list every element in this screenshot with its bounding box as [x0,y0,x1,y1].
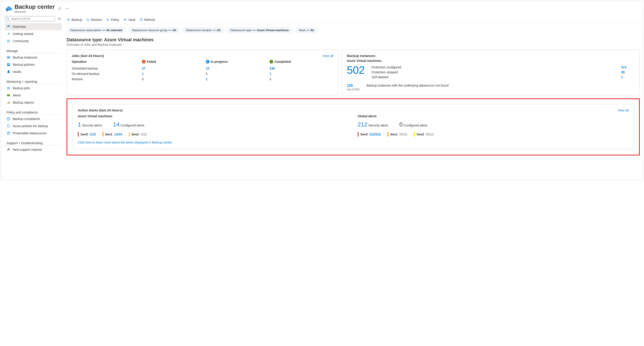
cmd-policy[interactable]: Policy [106,18,119,22]
svg-rect-19 [8,95,9,96]
instances-notfound-count[interactable]: 129 [347,84,360,88]
cmd-refresh[interactable]: Refresh [139,18,155,22]
backup-jobs-icon [6,86,10,90]
pill-location[interactable]: Datasource location == All [182,27,224,33]
community-icon [6,39,10,43]
sidebar-item-getting-started[interactable]: Getting started [5,30,62,38]
svg-rect-23 [9,101,10,104]
sidebar-item-vaults[interactable]: Vaults [5,68,62,75]
jobs-card: Jobs (last 24 Hours) View all Operation … [66,50,338,95]
jobs-view-all-link[interactable]: View all [323,54,334,58]
pill-datasource-type[interactable]: Datasource type == Azure Virtual machine… [227,27,292,33]
search-input[interactable] [11,17,53,20]
svg-point-3 [68,8,69,9]
sev2-bar [414,132,415,136]
sidebar-item-label: Backup instances [13,56,38,59]
sev0-bar [78,132,79,136]
global-security-alerts[interactable]: 212Security alerts [358,121,388,128]
sidebar-item-backup-policies[interactable]: Backup policies [5,61,62,68]
avm-sev0[interactable]: Sev01/15 [78,132,96,136]
avm-security-alerts[interactable]: 1Security alerts [78,121,102,128]
jobs-value[interactable]: 15 [206,66,210,70]
svg-rect-12 [8,64,10,64]
svg-point-25 [8,132,10,133]
alerts-col-avm: Azure Virtual machines 1Security alerts … [78,114,349,136]
svg-point-7 [8,40,8,41]
sidebar-item-support-request[interactable]: New support request [5,146,62,153]
vaults-icon [6,70,10,74]
instances-stat-value[interactable]: 28 [621,70,634,74]
avm-sev1[interactable]: Sev114/15 [102,132,122,136]
global-sev2[interactable]: Sev20/212 [414,132,434,136]
instances-notfound-sub: out of 502 [347,88,360,91]
jobs-value[interactable]: 1 [142,72,144,76]
sidebar-item-label: Protectable datasources [13,132,47,135]
sidebar-item-label: Community [13,39,29,43]
svg-point-8 [9,40,10,41]
sidebar-item-backup-compliance[interactable]: Backup compliance [5,115,62,122]
global-sev0[interactable]: Sev0212/212 [358,132,381,136]
alerts-card-title: Active Alerts (last 24 Hours) [78,108,123,112]
svg-rect-20 [8,96,9,96]
sidebar-item-label: Backup reports [13,101,34,104]
page-header: Backup center Microsoft [1,1,643,15]
sidebar-group-monitoring: Monitoring + reporting [5,78,62,84]
global-sev1[interactable]: Sev10/212 [388,132,407,136]
instances-total[interactable]: 502 [347,65,365,76]
global-configured-alerts[interactable]: 0Configured alerts [399,121,428,128]
sidebar-item-community[interactable]: Community [5,38,62,44]
sidebar-item-label: Backup jobs [13,86,30,90]
sidebar-item-protectable-datasources[interactable]: Protectable datasources [5,130,62,137]
sidebar-item-backup-instances[interactable]: Backup instances [5,54,62,61]
avm-configured-alerts[interactable]: 14Configured alerts [113,121,144,128]
backup-reports-icon [6,100,10,104]
search-input-wrapper[interactable] [5,16,55,21]
sev0-bar [358,132,358,136]
svg-point-16 [7,88,8,88]
pill-resource-group[interactable]: Datasource resource group == All [128,27,180,33]
sidebar-group-support: Support + troubleshooting [5,140,62,146]
alerts-learn-more-link[interactable]: Click here to learn more about the alert… [78,140,628,144]
plus-icon [66,18,70,22]
sidebar: Overview Getting started Community Manag… [1,15,64,180]
sev1-bar [388,132,388,136]
jobs-value[interactable]: 236 [270,66,275,70]
jobs-value[interactable]: 1 [206,77,208,81]
sidebar-group-manage: Manage [5,48,62,53]
sidebar-item-azure-policies[interactable]: Azure policies for backup [5,122,62,130]
jobs-value[interactable]: 1 [270,72,271,76]
search-icon [6,17,10,20]
sidebar-item-overview[interactable]: Overview [5,23,62,30]
svg-point-4 [7,18,9,20]
more-icon[interactable] [64,7,70,10]
pin-icon[interactable] [57,6,62,11]
jobs-value[interactable]: 27 [142,66,146,70]
alerts-card: Active Alerts (last 24 Hours) View all A… [73,104,634,149]
sidebar-item-alerts[interactable]: Alerts [5,92,62,99]
jobs-col-operation: Operation [72,60,142,64]
backup-policies-icon [6,62,10,66]
cmd-vault[interactable]: Vault [123,18,135,22]
pill-vault[interactable]: Vault == All [295,27,318,33]
svg-rect-21 [8,103,8,104]
plus-icon [123,18,127,22]
sidebar-item-backup-jobs[interactable]: Backup jobs [5,84,62,92]
sidebar-item-label: Alerts [13,94,21,97]
sidebar-item-label: New support request [13,148,42,151]
sidebar-item-backup-reports[interactable]: Backup reports [5,99,62,106]
instances-stat-value[interactable]: 473 [621,66,634,69]
instances-stat-value[interactable]: 1 [621,75,634,79]
svg-point-14 [8,72,10,73]
refresh-icon [139,18,143,22]
alerts-icon [6,93,10,97]
collapse-sidebar-icon[interactable] [57,16,62,21]
instances-notfound-text: Backup instances with the underlying dat… [366,84,635,87]
cmd-backup[interactable]: Backup [66,18,82,22]
sidebar-item-label: Backup policies [13,63,34,66]
section-subtitle: Overview of Jobs and Backup instances [65,43,641,50]
pill-subscription[interactable]: Datasource subscription == 62 selected [66,27,126,33]
avm-sev2[interactable]: Sev20/15 [129,132,147,136]
alerts-view-all-link[interactable]: View all [618,108,628,112]
sidebar-item-label: Vaults [13,70,21,74]
cmd-restore[interactable]: Restore [86,18,102,22]
